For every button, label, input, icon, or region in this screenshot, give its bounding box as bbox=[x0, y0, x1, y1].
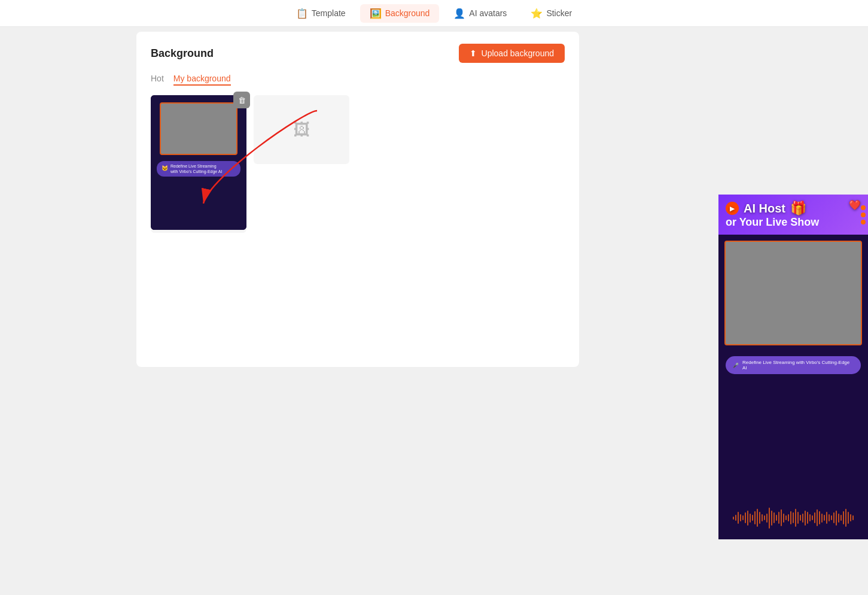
waveform-bar bbox=[831, 515, 832, 520]
nav-item-template[interactable]: 📋 Template bbox=[287, 4, 355, 23]
waveform-bar bbox=[817, 509, 818, 526]
delete-button[interactable]: 🗑 bbox=[233, 92, 250, 108]
waveform-bar bbox=[750, 514, 751, 523]
dot-3 bbox=[861, 220, 866, 224]
waveform-bar bbox=[776, 515, 777, 521]
waveform-bar bbox=[805, 511, 806, 526]
waveform-bar bbox=[738, 512, 739, 524]
dot-2 bbox=[861, 212, 866, 217]
template-icon: 📋 bbox=[296, 8, 308, 19]
waveform-bar bbox=[769, 508, 770, 529]
waveform-bar bbox=[747, 511, 748, 526]
play-icon: ▶ bbox=[726, 202, 739, 215]
waveform-bar bbox=[740, 514, 741, 522]
card-video-area bbox=[160, 102, 237, 155]
background-icon: 🖼️ bbox=[370, 8, 382, 19]
gift-icon: 🎁 bbox=[790, 201, 806, 216]
dot-1 bbox=[861, 205, 866, 210]
waveform-bar bbox=[826, 512, 827, 524]
trash-icon: 🗑 bbox=[238, 96, 246, 105]
waveform-bar bbox=[824, 515, 825, 521]
waveform-bar bbox=[836, 511, 837, 526]
upload-placeholder-card[interactable]: 🖼 bbox=[254, 95, 349, 164]
waveform-bar bbox=[745, 512, 746, 523]
panel-title: Background bbox=[151, 47, 214, 60]
background-panel: Background ⬆ Upload background Hot My ba… bbox=[136, 32, 579, 367]
nav-label-template: Template bbox=[312, 8, 346, 18]
tab-hot[interactable]: Hot bbox=[151, 72, 164, 86]
waveform-bar bbox=[788, 514, 789, 522]
redefine-bubble: 🎤 Redefine Live Streaming with Virbo's C… bbox=[726, 356, 861, 374]
sticker-icon: ⭐ bbox=[531, 8, 543, 19]
waveform-bar bbox=[771, 511, 772, 526]
waveform-bar bbox=[840, 515, 842, 521]
card-caption: Redefine Live Streamingwith Virbo's Cutt… bbox=[157, 161, 240, 177]
waveform-bar bbox=[778, 512, 779, 524]
waveform-bar bbox=[850, 514, 851, 522]
waveform-bar bbox=[733, 517, 734, 520]
panel-header: Background ⬆ Upload background bbox=[151, 44, 565, 63]
redefine-text: Redefine Live Streaming with Virbo's Cut… bbox=[742, 360, 854, 371]
waveform-bar bbox=[759, 512, 760, 524]
waveform-bar bbox=[819, 511, 820, 525]
waveform-bar bbox=[833, 512, 835, 523]
waveform-bar bbox=[852, 515, 854, 520]
waveform-bar bbox=[845, 509, 846, 527]
mic-icon: 🎤 bbox=[733, 363, 739, 368]
preview-video-area bbox=[724, 241, 862, 345]
waveform-bar bbox=[838, 514, 839, 523]
ai-host-text: AI Host bbox=[744, 202, 785, 215]
ai-host-header: ▶ AI Host 🎁 ❤️ bbox=[726, 201, 861, 216]
main-content: Background ⬆ Upload background Hot My ba… bbox=[0, 27, 868, 595]
ai-avatars-icon: 👤 bbox=[453, 8, 465, 19]
waveform-bar bbox=[783, 514, 784, 523]
image-placeholder-icon: 🖼 bbox=[293, 120, 310, 139]
waveform-bar bbox=[843, 511, 844, 525]
nav-label-ai-avatars: AI avatars bbox=[469, 8, 507, 18]
waveform-bar bbox=[812, 515, 813, 520]
waveform-bar bbox=[762, 514, 763, 522]
waveform-bar bbox=[807, 512, 808, 524]
nav-item-ai-avatars[interactable]: 👤 AI avatars bbox=[444, 4, 516, 23]
waveform-area bbox=[718, 506, 868, 530]
preview-top-bar: ▶ AI Host 🎁 ❤️ or Your Live Show bbox=[718, 195, 868, 235]
waveform-bar bbox=[754, 511, 756, 525]
waveform-bar bbox=[821, 514, 823, 523]
waveform-bar bbox=[764, 515, 765, 520]
waveform-bar bbox=[752, 515, 753, 521]
waveform-bar bbox=[757, 509, 758, 527]
heart-icon: ❤️ bbox=[849, 199, 861, 211]
upload-icon: ⬆ bbox=[470, 48, 477, 58]
tab-bar: Hot My background bbox=[151, 72, 565, 86]
waveform-bar bbox=[742, 515, 744, 520]
background-thumbnail[interactable]: Redefine Live Streamingwith Virbo's Cutt… bbox=[151, 95, 246, 230]
nav-label-background: Background bbox=[385, 8, 430, 18]
waveform-bar bbox=[773, 512, 775, 523]
waveform-bar bbox=[800, 515, 801, 521]
waveform-bar bbox=[829, 514, 830, 522]
dots-decoration bbox=[861, 205, 866, 224]
waveform-bar bbox=[797, 512, 799, 524]
waveform-bar bbox=[781, 509, 782, 526]
waveform-bar bbox=[848, 512, 849, 524]
nav-item-background[interactable]: 🖼️ Background bbox=[360, 4, 440, 23]
upload-btn-label: Upload background bbox=[482, 48, 554, 58]
background-grid: 🗑 Redefine Live Streamingwith Virbo's Cu… bbox=[151, 95, 565, 233]
background-card-1: 🗑 Redefine Live Streamingwith Virbo's Cu… bbox=[151, 95, 246, 233]
waveform-bar bbox=[785, 515, 787, 520]
waveform-bar bbox=[793, 512, 794, 523]
card-preview: Redefine Live Streamingwith Virbo's Cutt… bbox=[151, 95, 246, 230]
nav-item-sticker[interactable]: ⭐ Sticker bbox=[521, 4, 581, 23]
waveform-bar bbox=[814, 512, 815, 523]
waveform-bar bbox=[766, 514, 768, 523]
waveform-bar bbox=[802, 514, 803, 523]
tab-my-background[interactable]: My background bbox=[173, 72, 231, 86]
waveform bbox=[723, 506, 863, 530]
upload-background-button[interactable]: ⬆ Upload background bbox=[459, 44, 565, 63]
waveform-bar bbox=[790, 511, 791, 525]
waveform-bar bbox=[795, 509, 796, 527]
waveform-bar bbox=[735, 515, 736, 521]
waveform-bar bbox=[809, 514, 811, 522]
preview-bottom: 🎤 Redefine Live Streaming with Virbo's C… bbox=[718, 351, 868, 385]
top-navigation: 📋 Template 🖼️ Background 👤 AI avatars ⭐ … bbox=[0, 0, 868, 27]
